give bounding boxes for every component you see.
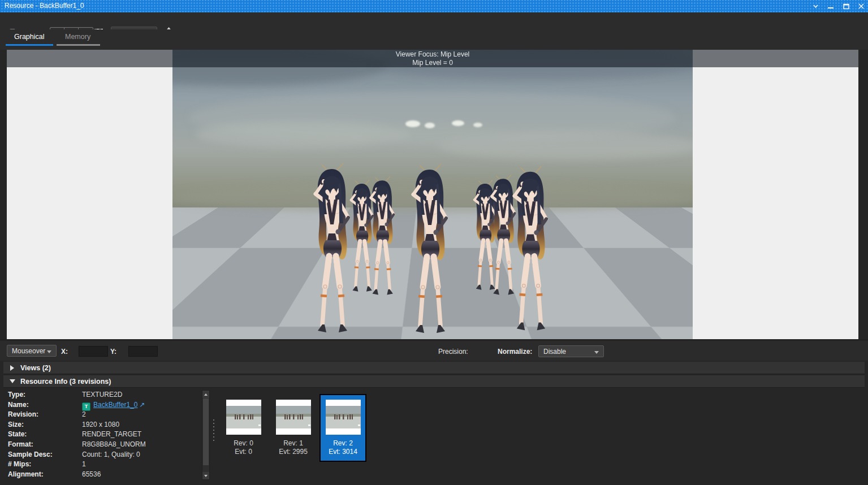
expanded-arrow-icon <box>10 379 15 383</box>
texture-viewer: Viewer Focus: Mip Level Mip Level = 0 De… <box>7 50 858 339</box>
figure-shadows <box>329 284 596 339</box>
window-menu-chevron-icon[interactable] <box>812 3 819 10</box>
table-row: Revision: 2 <box>7 410 202 420</box>
revision-thumbnail-2[interactable]: Rev: 2 Evt: 3014 <box>319 394 366 462</box>
x-coordinate-field[interactable] <box>79 346 108 357</box>
minimize-button[interactable] <box>827 3 834 10</box>
normalize-dropdown[interactable]: Disable <box>538 345 604 357</box>
thumbnail-rev-label: Rev: 2 <box>321 439 365 447</box>
viewer-focus-overlay: Viewer Focus: Mip Level Mip Level = 0 <box>7 50 858 67</box>
revision-thumbnail-1[interactable]: Rev: 1 Evt: 2995 <box>270 394 317 462</box>
thumbnail-rev-label: Rev: 0 <box>220 439 267 447</box>
maximize-button[interactable] <box>843 3 849 10</box>
normalize-dropdown-value: Disable <box>543 348 566 356</box>
thumbnail-image <box>226 400 261 435</box>
toolbar: Blend <box>0 12 868 29</box>
revision-thumbnail-0[interactable]: Rev: 0 Evt: 0 <box>220 394 267 462</box>
normalize-label: Normalize: <box>498 348 532 356</box>
thumbnail-image <box>326 400 361 435</box>
thumbnail-evt-label: Evt: 0 <box>220 448 267 456</box>
collapsed-arrow-icon <box>10 365 14 371</box>
tab-graphical[interactable]: Graphical <box>14 33 45 45</box>
tab-graphical-underline <box>6 44 53 46</box>
table-row: Format: R8G8B8A8_UNORM <box>7 440 202 450</box>
y-label: Y: <box>110 348 116 356</box>
window-title: Resource - BackBuffer1_0 <box>5 2 84 10</box>
scene-render <box>172 50 693 339</box>
thumbnail-rev-label: Rev: 1 <box>270 439 317 447</box>
external-link-icon[interactable]: ↗ <box>140 401 145 409</box>
views-section-label: Views (2) <box>20 364 51 372</box>
table-row: Alignment: 65536 <box>7 470 202 480</box>
tab-memory-underline <box>57 44 100 46</box>
views-section-header[interactable]: Views (2) <box>3 362 865 374</box>
panel-splitter-handle[interactable] <box>213 419 214 447</box>
resource-info-section-header[interactable]: Resource Info (3 revisions) <box>3 375 865 388</box>
chevron-down-icon <box>47 350 51 353</box>
scroll-down-button[interactable] <box>202 472 209 479</box>
table-row: Name: TBackBuffer1_0↗ <box>7 400 202 410</box>
viewer-statusbar: Mouseover X: Y: Precision: 3 Normalize: … <box>0 340 868 361</box>
titlebar-texture <box>0 0 868 12</box>
mouseover-dropdown[interactable]: Mouseover <box>7 345 57 357</box>
table-row: # Mips: 1 <box>7 460 202 470</box>
rendered-texture-image[interactable] <box>172 50 693 339</box>
table-row: Type: TEXTURE2D <box>7 390 202 400</box>
tab-memory[interactable]: Memory <box>65 33 90 45</box>
x-label: X: <box>61 348 68 356</box>
scrollbar-thumb[interactable] <box>203 399 209 465</box>
viewer-focus-line1: Viewer Focus: Mip Level <box>396 50 470 58</box>
close-button[interactable] <box>858 3 865 10</box>
thumbnail-evt-label: Evt: 3014 <box>321 448 365 456</box>
table-row: Sample Desc: Count: 1, Quality: 0 <box>7 450 202 460</box>
tabbar: Graphical Memory <box>0 29 868 50</box>
table-row: Size: 1920 x 1080 <box>7 420 202 430</box>
table-row: State: RENDER_TARGET <box>7 430 202 440</box>
chevron-down-icon <box>594 351 599 354</box>
resource-info-section-label: Resource Info (3 revisions) <box>20 378 111 386</box>
thumbnail-image <box>276 400 311 435</box>
resource-info-table: Type: TEXTURE2D Name: TBackBuffer1_0↗ Re… <box>7 390 202 480</box>
y-coordinate-field[interactable] <box>128 346 158 357</box>
thumbnail-evt-label: Evt: 2995 <box>270 448 317 456</box>
info-table-scrollbar[interactable] <box>202 390 210 480</box>
scroll-up-button[interactable] <box>202 391 209 398</box>
viewer-focus-line2: Mip Level = 0 <box>412 59 453 67</box>
precision-label: Precision: <box>438 348 468 356</box>
resource-name-link[interactable]: BackBuffer1_0 <box>93 401 138 409</box>
mouseover-dropdown-value: Mouseover <box>12 347 45 355</box>
titlebar: Resource - BackBuffer1_0 <box>0 0 868 12</box>
